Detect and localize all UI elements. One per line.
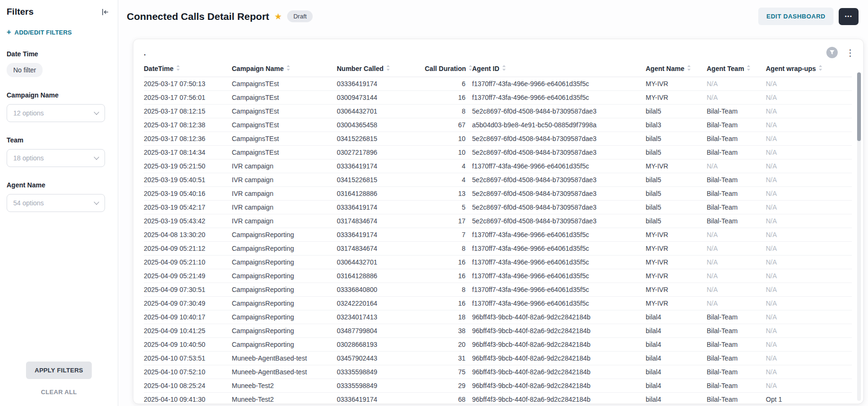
- table-cell: CampaignsTEst: [232, 132, 337, 146]
- table-cell: 20: [425, 338, 472, 352]
- edit-dashboard-button[interactable]: EDIT DASHBOARD: [758, 8, 833, 25]
- table-cell: CampaignsReporting: [232, 242, 337, 256]
- table-cell: Muneeb-AgentBased-test: [232, 352, 337, 365]
- column-header-number-called[interactable]: Number Called: [337, 60, 425, 77]
- table-cell: 2025-03-17 07:56:01: [144, 91, 232, 105]
- table-cell: CampaignsReporting: [232, 256, 337, 269]
- table-cell: N/A: [766, 256, 852, 269]
- filter-section-agent-name: Agent Name 54 options: [7, 181, 109, 212]
- table-cell: bilal5: [646, 105, 707, 118]
- favorite-star-icon[interactable]: ★: [274, 11, 282, 22]
- table-cell: N/A: [766, 297, 852, 310]
- column-header-label: Agent Name: [646, 65, 684, 72]
- table-cell: f1370ff7-43fa-496e-9966-e64061d35f5c: [472, 283, 646, 297]
- column-header-label: Agent wrap-ups: [766, 65, 816, 72]
- sort-arrows-icon: [818, 65, 823, 72]
- table-cell: N/A: [766, 118, 852, 132]
- table-cell: 2025-03-19 05:40:16: [144, 187, 232, 201]
- table-cell: 5e2c8697-6f0d-4508-9484-b7309587dae3: [472, 146, 646, 159]
- table-cell: Muneeb-AgentBased-test: [232, 365, 337, 379]
- table-cell: Bilal-Team: [707, 201, 766, 214]
- table-cell: 8: [425, 242, 472, 256]
- table-cell: CampaignsReporting: [232, 228, 337, 242]
- table-cell: CampaignsTEst: [232, 91, 337, 105]
- column-header-agent-name[interactable]: Agent Name: [646, 60, 707, 77]
- table-cell: 03164128886: [337, 187, 425, 201]
- table-cell: CampaignsReporting: [232, 310, 337, 324]
- column-header-agent-id[interactable]: Agent ID: [472, 60, 646, 77]
- widget-filter-icon[interactable]: [826, 47, 838, 58]
- table-cell: 03335598849: [337, 365, 425, 379]
- table-cell: Bilal-Team: [707, 324, 766, 338]
- table-cell: 2025-04-10 07:52:10: [144, 365, 232, 379]
- table-cell: 16: [425, 297, 472, 310]
- table-cell: 96bff4f3-9bcb-440f-82a6-9d2c2842184b: [472, 393, 646, 404]
- column-header-campaign-name[interactable]: Campaign Name: [232, 60, 337, 77]
- table-cell: 03336419174: [337, 159, 425, 173]
- table-cell: 7: [425, 228, 472, 242]
- table-cell: MY-IVR: [646, 256, 707, 269]
- table-cell: N/A: [707, 242, 766, 256]
- widget-header: . ⋮: [133, 43, 863, 60]
- agent-name-select[interactable]: 54 options: [7, 194, 105, 212]
- table-row: 2025-04-10 07:53:51Muneeb-AgentBased-tes…: [144, 352, 852, 365]
- filter-section-date-time: Date Time No filter: [7, 50, 109, 77]
- table-cell: MY-IVR: [646, 77, 707, 91]
- table-cell: IVR campaign: [232, 187, 337, 201]
- sort-arrows-icon: [746, 65, 751, 72]
- table-cell: Bilal-Team: [707, 173, 766, 187]
- collapse-sidebar-icon[interactable]: [101, 8, 109, 16]
- table-cell: N/A: [707, 228, 766, 242]
- table-cell: 2025-04-09 10:40:50: [144, 338, 232, 352]
- date-time-label: Date Time: [7, 50, 109, 58]
- scrollbar-thumb[interactable]: [857, 72, 861, 141]
- table-cell: 5: [425, 201, 472, 214]
- table-cell: bilal4: [646, 324, 707, 338]
- table-cell: bilal4: [646, 310, 707, 324]
- table-cell: N/A: [766, 338, 852, 352]
- table-row: 2025-03-17 08:12:36CampaignsTEst03415226…: [144, 132, 852, 146]
- table-cell: MY-IVR: [646, 159, 707, 173]
- table-cell: 2025-04-08 13:30:20: [144, 228, 232, 242]
- table-cell: Bilal-Team: [707, 187, 766, 201]
- table-row: 2025-03-19 05:40:16IVR campaign031641288…: [144, 187, 852, 201]
- table-cell: MY-IVR: [646, 283, 707, 297]
- campaign-name-select[interactable]: 12 options: [7, 104, 105, 122]
- table-cell: N/A: [707, 283, 766, 297]
- table-cell: N/A: [766, 310, 852, 324]
- apply-filters-button[interactable]: APPLY FILTERS: [26, 362, 92, 379]
- table-cell: 03027217896: [337, 146, 425, 159]
- column-header-datetime[interactable]: DateTime: [144, 60, 232, 77]
- table-cell: 2025-03-17 08:14:34: [144, 146, 232, 159]
- clear-all-button[interactable]: CLEAR ALL: [0, 388, 118, 396]
- table-cell: 03487799804: [337, 324, 425, 338]
- table-cell: 03415226815: [337, 173, 425, 187]
- table-cell: 96bff4f3-9bcb-440f-82a6-9d2c2842184b: [472, 310, 646, 324]
- more-options-button[interactable]: •••: [839, 8, 859, 25]
- column-header-agent-team[interactable]: Agent Team: [707, 60, 766, 77]
- table-cell: bilal3: [646, 118, 707, 132]
- table-cell: bilal4: [646, 352, 707, 365]
- table-cell: IVR campaign: [232, 214, 337, 228]
- table-cell: CampaignsReporting: [232, 283, 337, 297]
- table-row: 2025-04-09 10:41:25CampaignsReporting034…: [144, 324, 852, 338]
- add-edit-filters-button[interactable]: + ADD/EDIT FILTERS: [7, 28, 109, 36]
- column-header-agent-wrap-ups[interactable]: Agent wrap-ups: [766, 60, 852, 77]
- widget-menu-icon[interactable]: ⋮: [845, 48, 856, 57]
- table-row: 2025-04-09 05:21:49CampaignsReporting031…: [144, 269, 852, 283]
- date-time-filter-chip[interactable]: No filter: [7, 63, 43, 77]
- page-title: Connected Calls Detail Report: [127, 11, 269, 22]
- team-select[interactable]: 18 options: [7, 149, 105, 167]
- table-cell: N/A: [707, 297, 766, 310]
- table-cell: 5e2c8697-6f0d-4508-9484-b7309587dae3: [472, 201, 646, 214]
- table-cell: N/A: [707, 256, 766, 269]
- table-cell: 03336419174: [337, 228, 425, 242]
- agent-name-label: Agent Name: [7, 181, 109, 189]
- table-row: 2025-04-09 10:40:50CampaignsReporting030…: [144, 338, 852, 352]
- table-row: 2025-04-09 10:40:17CampaignsReporting032…: [144, 310, 852, 324]
- table-cell: N/A: [766, 228, 852, 242]
- filter-section-campaign-name: Campaign Name 12 options: [7, 91, 109, 122]
- sort-arrows-icon: [386, 65, 390, 72]
- column-header-call-duration[interactable]: Call Duration: [425, 60, 472, 77]
- table-cell: 18: [425, 310, 472, 324]
